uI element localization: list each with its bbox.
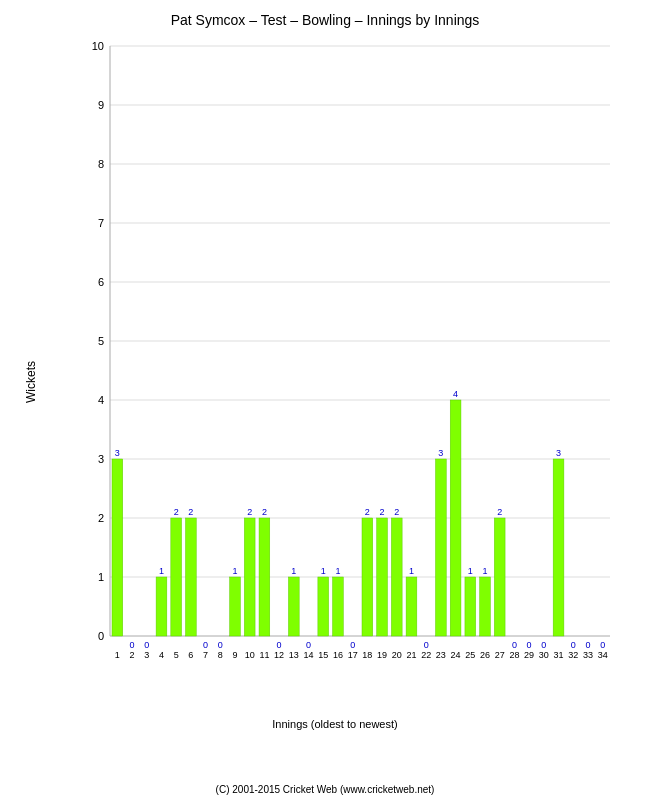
- svg-text:28: 28: [509, 650, 519, 660]
- svg-text:1: 1: [468, 566, 473, 576]
- svg-text:1: 1: [115, 650, 120, 660]
- svg-rect-62: [333, 577, 344, 636]
- svg-rect-49: [259, 518, 270, 636]
- svg-rect-54: [288, 577, 299, 636]
- svg-text:8: 8: [218, 650, 223, 660]
- svg-text:0: 0: [277, 640, 282, 650]
- svg-rect-30: [156, 577, 167, 636]
- svg-text:1: 1: [291, 566, 296, 576]
- svg-text:16: 16: [333, 650, 343, 660]
- chart-container: Pat Symcox – Test – Bowling – Innings by…: [0, 0, 650, 800]
- svg-text:20: 20: [392, 650, 402, 660]
- svg-text:32: 32: [568, 650, 578, 660]
- svg-text:29: 29: [524, 650, 534, 660]
- svg-text:3: 3: [144, 650, 149, 660]
- svg-text:2: 2: [130, 650, 135, 660]
- svg-text:6: 6: [188, 650, 193, 660]
- svg-text:12: 12: [274, 650, 284, 660]
- svg-text:9: 9: [232, 650, 237, 660]
- svg-text:9: 9: [98, 99, 104, 111]
- svg-text:0: 0: [218, 640, 223, 650]
- svg-text:0: 0: [350, 640, 355, 650]
- svg-text:3: 3: [115, 448, 120, 458]
- svg-text:24: 24: [451, 650, 461, 660]
- svg-text:4: 4: [453, 389, 458, 399]
- svg-text:0: 0: [98, 630, 104, 642]
- svg-text:1: 1: [335, 566, 340, 576]
- svg-text:1: 1: [321, 566, 326, 576]
- svg-text:0: 0: [527, 640, 532, 650]
- copyright: (C) 2001-2015 Cricket Web (www.cricketwe…: [0, 784, 650, 795]
- svg-rect-93: [494, 518, 505, 636]
- svg-text:30: 30: [539, 650, 549, 660]
- svg-text:1: 1: [159, 566, 164, 576]
- svg-text:1: 1: [409, 566, 414, 576]
- svg-text:0: 0: [600, 640, 605, 650]
- svg-rect-59: [318, 577, 329, 636]
- svg-text:7: 7: [98, 217, 104, 229]
- svg-text:18: 18: [362, 650, 372, 660]
- svg-text:0: 0: [571, 640, 576, 650]
- svg-text:1: 1: [98, 571, 104, 583]
- svg-rect-46: [244, 518, 255, 636]
- svg-text:7: 7: [203, 650, 208, 660]
- x-axis-label: Innings (oldest to newest): [60, 718, 610, 730]
- svg-text:1: 1: [232, 566, 237, 576]
- svg-text:4: 4: [159, 650, 164, 660]
- svg-rect-87: [465, 577, 476, 636]
- plot-area: 0123456789103102031425260708192102110121…: [80, 36, 610, 716]
- chart-title: Pat Symcox – Test – Bowling – Innings by…: [0, 0, 650, 36]
- svg-text:2: 2: [380, 507, 385, 517]
- svg-rect-36: [186, 518, 197, 636]
- svg-text:0: 0: [130, 640, 135, 650]
- svg-text:11: 11: [259, 650, 269, 660]
- svg-rect-23: [112, 459, 123, 636]
- svg-rect-67: [362, 518, 373, 636]
- svg-rect-102: [553, 459, 564, 636]
- svg-text:0: 0: [144, 640, 149, 650]
- svg-rect-33: [171, 518, 182, 636]
- svg-text:2: 2: [497, 507, 502, 517]
- svg-text:5: 5: [174, 650, 179, 660]
- svg-text:13: 13: [289, 650, 299, 660]
- svg-text:3: 3: [556, 448, 561, 458]
- svg-text:1: 1: [482, 566, 487, 576]
- svg-text:2: 2: [188, 507, 193, 517]
- svg-text:6: 6: [98, 276, 104, 288]
- svg-text:0: 0: [585, 640, 590, 650]
- svg-text:34: 34: [598, 650, 608, 660]
- svg-text:0: 0: [424, 640, 429, 650]
- svg-text:2: 2: [262, 507, 267, 517]
- svg-text:0: 0: [512, 640, 517, 650]
- svg-text:2: 2: [365, 507, 370, 517]
- svg-text:5: 5: [98, 335, 104, 347]
- svg-text:27: 27: [495, 650, 505, 660]
- svg-text:10: 10: [92, 40, 104, 52]
- svg-text:14: 14: [304, 650, 314, 660]
- svg-text:0: 0: [306, 640, 311, 650]
- svg-text:33: 33: [583, 650, 593, 660]
- svg-text:0: 0: [203, 640, 208, 650]
- svg-rect-73: [391, 518, 402, 636]
- svg-text:3: 3: [98, 453, 104, 465]
- svg-text:4: 4: [98, 394, 104, 406]
- svg-text:22: 22: [421, 650, 431, 660]
- svg-text:19: 19: [377, 650, 387, 660]
- svg-text:2: 2: [98, 512, 104, 524]
- svg-text:0: 0: [541, 640, 546, 650]
- svg-rect-84: [450, 400, 461, 636]
- svg-rect-90: [480, 577, 491, 636]
- svg-text:2: 2: [247, 507, 252, 517]
- svg-text:2: 2: [394, 507, 399, 517]
- svg-text:15: 15: [318, 650, 328, 660]
- svg-rect-43: [230, 577, 241, 636]
- svg-text:3: 3: [438, 448, 443, 458]
- svg-text:10: 10: [245, 650, 255, 660]
- y-axis-label: Wickets: [24, 361, 38, 403]
- svg-text:21: 21: [406, 650, 416, 660]
- svg-text:23: 23: [436, 650, 446, 660]
- svg-text:25: 25: [465, 650, 475, 660]
- svg-text:8: 8: [98, 158, 104, 170]
- svg-text:2: 2: [174, 507, 179, 517]
- svg-rect-76: [406, 577, 417, 636]
